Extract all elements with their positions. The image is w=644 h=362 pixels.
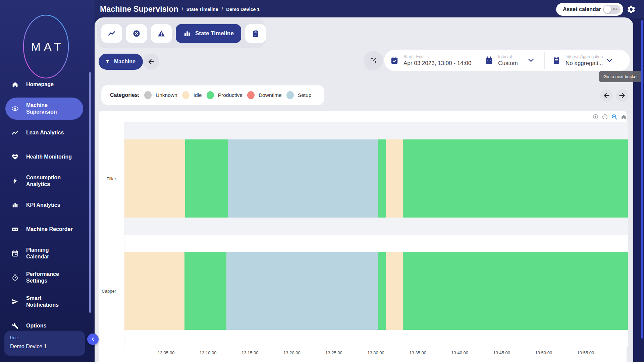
row-label-filler: Filler <box>99 176 116 181</box>
bucket-navigation <box>600 89 629 102</box>
axis-tick-label: 13:30:00 <box>367 350 384 355</box>
sidebar-item-planning-calendar[interactable]: Planning Calendar <box>0 241 95 265</box>
axis-tick <box>208 347 208 349</box>
time-controls-card: Start - End Apr 03 2023, 13:00 - 14:00 I… <box>384 50 630 71</box>
sidebar-item-machine-recorder[interactable]: Machine Recorder <box>0 217 95 241</box>
app-logo: MAT <box>23 14 69 79</box>
trend-icon <box>11 129 19 136</box>
timeline-segment-productive[interactable] <box>184 252 226 330</box>
axis-tick <box>292 347 292 349</box>
zoom-in-button[interactable] <box>592 114 599 120</box>
axis-tick <box>334 347 334 349</box>
tab-trend[interactable] <box>101 24 122 43</box>
clipboard-icon <box>552 56 561 65</box>
timeline-band-capper <box>124 235 628 347</box>
sidebar-item-kpi-analytics[interactable]: KPI Analytics <box>0 193 95 217</box>
timeline-bar-filler <box>124 139 628 218</box>
next-bucket-tooltip: Go to next bucket <box>599 71 642 82</box>
clipboard-icon <box>252 29 260 38</box>
sidebar-item-performance-settings[interactable]: Performance Settings <box>0 265 95 290</box>
sidebar-item-label: Machine Supervision <box>26 102 83 115</box>
sidebar-item-label: Homepage <box>26 81 83 88</box>
timeline-segment-idle[interactable] <box>124 252 184 330</box>
sidebar: MAT HomepageMachine SupervisionLean Anal… <box>0 0 95 362</box>
external-link-icon <box>369 57 377 65</box>
filter-icon <box>105 59 111 65</box>
interval-dropdown[interactable]: Interval Custom <box>477 50 544 71</box>
next-bucket-button[interactable] <box>616 89 629 102</box>
zoom-in-icon <box>592 114 599 120</box>
start-end-label: Start - End <box>404 54 471 59</box>
timeline-segment-setup[interactable] <box>226 252 377 330</box>
home-reset-button[interactable] <box>620 114 627 120</box>
asset-calendar-toggle-pill[interactable]: Asset calendar OFF <box>556 3 623 16</box>
sidebar-item-machine-supervision[interactable]: Machine Supervision <box>0 97 95 121</box>
page-scrollbar[interactable] <box>641 20 643 339</box>
breadcrumb-state-timeline[interactable]: State Timeline <box>182 7 218 12</box>
sidebar-item-label: Performance Settings <box>26 271 83 284</box>
legend-label: Downtime <box>259 92 282 98</box>
legend-item-productive: Productive <box>207 91 243 99</box>
interval-label: Interval <box>498 54 518 59</box>
sidebar-item-smart-notifications[interactable]: Smart Notifications <box>0 290 95 314</box>
sidebar-item-consumption-analytics[interactable]: Consumption Analytics <box>0 169 95 193</box>
back-button[interactable] <box>143 54 159 70</box>
previous-bucket-button[interactable] <box>600 89 613 102</box>
settings-button[interactable] <box>627 5 636 14</box>
chart-plot-area[interactable] <box>124 122 628 347</box>
warning-icon <box>157 29 165 38</box>
timeline-segment-productive[interactable] <box>403 139 628 218</box>
machine-filter-button[interactable]: Machine <box>99 54 143 70</box>
box-zoom-button[interactable] <box>610 114 618 120</box>
device-card[interactable]: Line Demo Device 1 <box>4 331 85 356</box>
axis-tick <box>166 347 166 349</box>
axis-tick <box>502 347 502 349</box>
interval-aggregation-dropdown[interactable]: Interval Aggregation No aggregati... <box>545 50 630 71</box>
legend-label: Idle <box>194 92 202 98</box>
calendar-icon <box>485 56 493 65</box>
tab-warning[interactable] <box>151 24 172 43</box>
legend-item-downtime: Downtime <box>247 91 282 99</box>
row-label-capper: Capper <box>99 288 116 293</box>
calendar-check-icon <box>390 56 399 65</box>
wrench-icon <box>11 322 19 329</box>
zoom-out-button[interactable] <box>601 114 608 120</box>
sidebar-scrollbar[interactable] <box>89 72 91 313</box>
tab-error-circle[interactable] <box>126 24 147 43</box>
timeline-segment-setup[interactable] <box>228 139 378 218</box>
sidebar-item-lean-analytics[interactable]: Lean Analytics <box>0 121 95 145</box>
sidebar-collapse-button[interactable] <box>87 334 99 345</box>
timeline-segment-productive[interactable] <box>185 139 228 218</box>
timeline-segment-idle[interactable] <box>124 139 185 218</box>
eye-icon <box>11 105 19 112</box>
start-end-picker[interactable]: Start - End Apr 03 2023, 13:00 - 14:00 <box>384 50 477 71</box>
logo-text: MAT <box>23 14 69 79</box>
box-zoom-icon <box>611 114 618 120</box>
arrow-right-icon <box>619 92 626 99</box>
chevron-down-icon <box>605 56 614 65</box>
bars-icon <box>183 29 191 38</box>
asset-calendar-switch[interactable]: OFF <box>603 5 621 14</box>
recorder-icon <box>11 226 19 233</box>
app-root: MAT HomepageMachine SupervisionLean Anal… <box>0 0 644 362</box>
sidebar-item-health-monitoring[interactable]: Health Monitoring <box>0 145 95 169</box>
legend-dot <box>207 91 214 99</box>
tab-clipboard[interactable] <box>245 24 266 43</box>
sidebar-item-homepage[interactable]: Homepage <box>0 72 95 97</box>
tab-state-timeline[interactable]: State Timeline <box>176 24 241 43</box>
timeline-segment-productive[interactable] <box>403 252 628 330</box>
timeline-segment-productive[interactable] <box>378 139 386 218</box>
asset-calendar-label: Asset calendar <box>563 6 603 12</box>
timeline-segment-idle[interactable] <box>386 252 403 330</box>
calendar-icon <box>11 250 19 257</box>
breadcrumb-demo-device[interactable]: Demo Device 1 <box>221 7 260 12</box>
legend-dot <box>286 91 294 99</box>
home-icon <box>11 81 19 88</box>
device-card-value: Demo Device 1 <box>10 344 47 350</box>
open-external-button[interactable] <box>364 51 383 70</box>
timeline-band-filler <box>124 122 628 235</box>
tab-label: State Timeline <box>195 30 234 37</box>
sidebar-item-label: Lean Analytics <box>26 129 83 136</box>
timeline-segment-idle[interactable] <box>386 139 403 218</box>
timeline-segment-productive[interactable] <box>378 252 386 330</box>
